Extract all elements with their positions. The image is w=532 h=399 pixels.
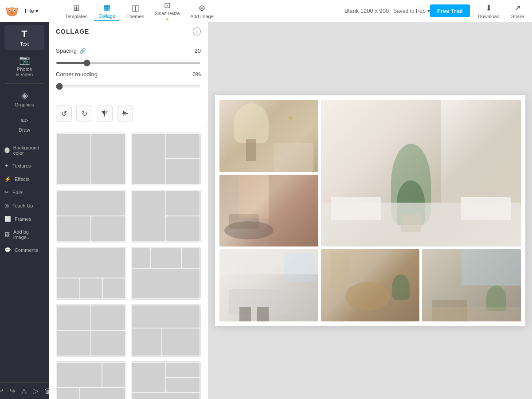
logo-icon[interactable] bbox=[4, 4, 20, 19]
textures-icon: ✦ bbox=[4, 163, 9, 169]
collage-grid: ★ bbox=[219, 100, 521, 321]
text-icon: T bbox=[21, 28, 27, 40]
spacing-row: Spacing 🔗 20 bbox=[56, 47, 201, 54]
info-icon[interactable]: i bbox=[193, 27, 201, 35]
rotate-right-button[interactable]: ↻ bbox=[76, 106, 92, 121]
sidebar-item-comments[interactable]: 💬 Comments bbox=[0, 244, 49, 256]
canvas-wrapper[interactable]: ★ bbox=[215, 95, 525, 326]
sidebar-item-add-bg-image[interactable]: 🖼 Add bg image... bbox=[0, 226, 49, 243]
sidebar-item-draw[interactable]: ✏ Draw bbox=[4, 112, 44, 136]
triangle-icon[interactable]: △ bbox=[20, 385, 28, 396]
panel-title: COLLAGE bbox=[56, 28, 89, 35]
collage-cell-1[interactable]: ★ bbox=[219, 100, 318, 172]
canvas-area: ★ bbox=[208, 22, 532, 399]
smart-resize-icon: ⊡ bbox=[164, 0, 171, 10]
collage-icon: ▦ bbox=[103, 3, 111, 12]
layout-thumb-1[interactable] bbox=[56, 133, 126, 185]
layout-thumb-5[interactable] bbox=[56, 247, 126, 300]
left-sidebar: T Text 📷 Photos& Video ◈ Graphics ✏ Draw… bbox=[0, 22, 49, 399]
corner-rounding-value: 0% bbox=[192, 71, 201, 78]
link-icon: 🔗 bbox=[79, 48, 86, 54]
svg-point-9 bbox=[7, 8, 8, 11]
themes-icon: ◫ bbox=[132, 3, 139, 13]
download-button[interactable]: ⬇ Download bbox=[474, 1, 503, 21]
top-toolbar: File ▾ ⊞ Templates ▦ Collage ◫ Themes ⊡ … bbox=[0, 0, 532, 22]
flip-horizontal-button[interactable] bbox=[97, 106, 113, 121]
collage-cell-4[interactable] bbox=[219, 249, 318, 321]
collage-cell-6[interactable] bbox=[422, 249, 521, 321]
corner-rounding-row: Corner rounding 0% bbox=[56, 71, 201, 78]
sidebar-divider bbox=[5, 83, 44, 84]
toolbar-item-templates[interactable]: ⊞ Templates bbox=[61, 1, 92, 21]
collage-cell-5[interactable] bbox=[321, 249, 420, 321]
edits-label: Edits bbox=[12, 190, 23, 195]
draw-icon: ✏ bbox=[21, 115, 28, 126]
smart-resize-crown: ★ bbox=[165, 17, 169, 22]
share-label: Share bbox=[511, 14, 524, 19]
layout-thumb-6[interactable] bbox=[131, 247, 201, 300]
transform-buttons: ↺ ↻ bbox=[49, 101, 208, 126]
toolbar-item-smart-resize[interactable]: ⊡ Smart resize ★ bbox=[150, 0, 184, 23]
layout-grid bbox=[49, 126, 208, 399]
toolbar-divider bbox=[57, 4, 57, 18]
comments-icon: 💬 bbox=[4, 247, 11, 253]
toolbar-item-themes[interactable]: ◫ Themes bbox=[122, 1, 149, 21]
svg-marker-15 bbox=[123, 113, 127, 117]
touch-up-icon: ◎ bbox=[4, 203, 9, 209]
rotate-left-button[interactable]: ↺ bbox=[56, 106, 72, 121]
sidebar-item-effects[interactable]: ⚡ Effects bbox=[0, 173, 49, 185]
comments-label: Comments bbox=[15, 247, 38, 253]
redo-icon[interactable]: ↪ bbox=[8, 385, 16, 396]
undo-icon[interactable]: ↩ bbox=[0, 385, 4, 396]
corner-rounding-slider[interactable] bbox=[56, 86, 201, 87]
sidebar-item-background-color[interactable]: Background color bbox=[0, 142, 49, 159]
layout-thumb-4[interactable] bbox=[131, 190, 201, 243]
sidebar-divider-2 bbox=[5, 139, 44, 139]
add-image-label: Add image bbox=[190, 14, 214, 19]
spacing-slider[interactable] bbox=[56, 62, 201, 64]
layout-thumb-8[interactable] bbox=[131, 304, 201, 357]
svg-point-5 bbox=[14, 10, 15, 11]
effects-label: Effects bbox=[15, 176, 29, 182]
sidebar-item-text[interactable]: T Text bbox=[4, 25, 44, 50]
bottom-toolbar: ↩ ↪ △ ▷ 🗑 bbox=[0, 382, 49, 399]
file-label: File bbox=[25, 8, 34, 14]
frames-icon: ⬜ bbox=[4, 216, 11, 222]
play-icon[interactable]: ▷ bbox=[31, 385, 39, 396]
themes-label: Themes bbox=[126, 14, 144, 19]
layout-thumb-10[interactable] bbox=[131, 361, 201, 399]
corner-rounding-slider-container bbox=[56, 81, 201, 89]
effects-icon: ⚡ bbox=[4, 176, 11, 182]
layout-thumb-9[interactable] bbox=[56, 361, 126, 399]
sidebar-item-touch-up[interactable]: ◎ Touch Up bbox=[0, 200, 49, 212]
share-button[interactable]: ↗ Share bbox=[508, 1, 528, 21]
logo-area: File ▾ bbox=[4, 4, 53, 19]
collage-cell-3[interactable] bbox=[219, 175, 318, 247]
toolbar-item-add-image[interactable]: ⊕ Add image bbox=[186, 1, 218, 21]
saved-to-hub[interactable]: Saved to Hub ▾ bbox=[393, 8, 430, 14]
toolbar-center: Blank 532 x 399 Saved to Hub ▾ bbox=[344, 8, 430, 14]
share-icon: ↗ bbox=[514, 3, 521, 13]
file-button[interactable]: File ▾ bbox=[22, 6, 41, 16]
sidebar-item-edits[interactable]: ✂ Edits bbox=[0, 186, 49, 199]
sidebar-item-frames[interactable]: ⬜ Frames bbox=[0, 213, 49, 225]
templates-icon: ⊞ bbox=[73, 3, 80, 13]
graphics-label: Graphics bbox=[15, 102, 34, 107]
sidebar-item-graphics[interactable]: ◈ Graphics bbox=[4, 86, 44, 111]
layout-thumb-7[interactable] bbox=[56, 304, 126, 357]
flip-vertical-button[interactable] bbox=[117, 106, 133, 121]
sidebar-item-photos-video[interactable]: 📷 Photos& Video bbox=[4, 51, 44, 81]
layout-thumb-3[interactable] bbox=[56, 190, 126, 243]
free-trial-button[interactable]: Free Trial bbox=[430, 4, 470, 17]
svg-point-4 bbox=[9, 10, 11, 11]
svg-marker-14 bbox=[123, 110, 127, 113]
add-bg-image-label: Add bg image... bbox=[13, 229, 44, 240]
sidebar-item-textures[interactable]: ✦ Textures bbox=[0, 160, 49, 172]
collage-cell-2[interactable] bbox=[321, 100, 521, 246]
draw-label: Draw bbox=[19, 127, 30, 133]
graphics-icon: ◈ bbox=[21, 90, 28, 101]
layout-thumb-2[interactable] bbox=[131, 133, 201, 185]
collage-panel: COLLAGE i ‹ Spacing 🔗 20 Corner rounding bbox=[49, 22, 208, 399]
toolbar-item-collage[interactable]: ▦ Collage bbox=[94, 1, 120, 21]
photos-video-label: Photos& Video bbox=[16, 66, 33, 77]
